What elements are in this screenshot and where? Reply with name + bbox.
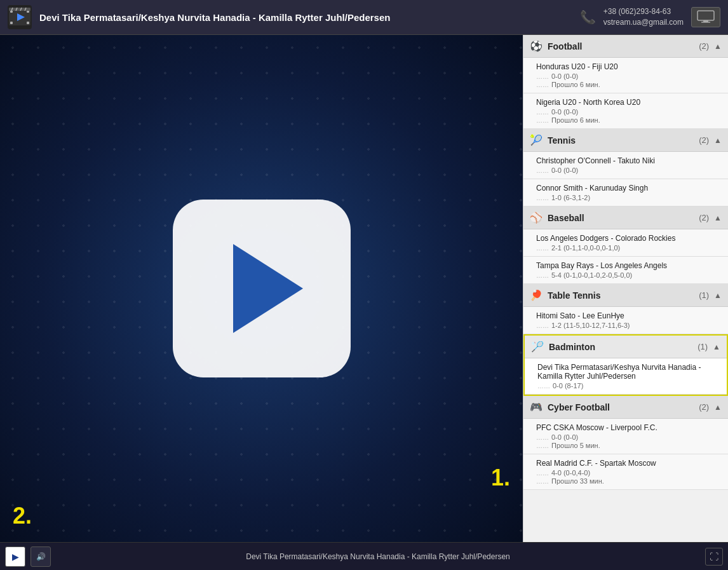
baseball-match-2[interactable]: Tampa Bay Rays - Los Angeles Angels …… 5… — [523, 257, 728, 284]
svg-rect-4 — [10, 22, 13, 24]
football-section: ⚽ Football (2) ▲ Honduras U20 - Fiji U20… — [523, 35, 728, 129]
play-icon: ▶ — [12, 552, 19, 562]
contact-info-block: 📞 +38 (062)293-84-63 vstream.ua@gmail.co… — [580, 6, 720, 28]
tennis-match-2[interactable]: Connor Smith - Karunuday Singh …… 1-0 (6… — [523, 179, 728, 207]
score-dots-icon: …… — [536, 322, 549, 329]
cyber-football-match-2[interactable]: Real Madrid C.F. - Spartak Moscow …… 4-0… — [523, 454, 728, 490]
football-match-2[interactable]: Nigeria U20 - North Korea U20 …… 0-0 (0-… — [523, 93, 728, 129]
tennis-collapse-icon: ▲ — [714, 136, 722, 145]
badminton-label: Badminton — [549, 342, 698, 352]
score-dots-icon: …… — [536, 167, 549, 174]
football-icon: ⚽ — [530, 40, 543, 52]
monitor-button[interactable] — [691, 7, 720, 27]
match-time: …… Прошло 6 мин. — [536, 116, 720, 124]
score-dots-icon: …… — [537, 383, 550, 390]
baseball-section: ⚾ Baseball (2) ▲ Los Angeles Dodgers - C… — [523, 207, 728, 284]
window-title: Devi Tika Permatasari/Keshya Nurvita Han… — [39, 12, 580, 23]
match-name: Nigeria U20 - North Korea U20 — [536, 98, 720, 107]
volume-icon: 🔊 — [36, 552, 46, 561]
tennis-count: (2) — [699, 135, 709, 145]
badminton-collapse-icon: ▲ — [713, 343, 720, 351]
main-content: 1. 2. ⚽ Football (2) ▲ Honduras U20 - Fi… — [0, 35, 728, 542]
table-tennis-icon: 🏓 — [530, 289, 543, 301]
volume-button[interactable]: 🔊 — [30, 546, 51, 567]
score-dots-icon: …… — [536, 470, 549, 477]
table-tennis-label: Table Tennis — [548, 290, 699, 301]
annotation-label-1: 1. — [491, 465, 510, 491]
score-dots-icon: …… — [536, 73, 549, 80]
match-name: Devi Tika Permatasari/Keshya Nurvita Han… — [537, 363, 719, 381]
football-collapse-icon: ▲ — [714, 42, 722, 51]
cyber-football-count: (2) — [699, 402, 709, 412]
table-tennis-collapse-icon: ▲ — [714, 291, 722, 300]
match-score: …… 1-0 (6-3,1-2) — [536, 194, 720, 201]
tennis-match-1[interactable]: Christopher O'Connell - Takuto Niki …… 0… — [523, 152, 728, 179]
match-score: …… 1-2 (11-5,10-12,7-11,6-3) — [536, 322, 720, 329]
cyber-football-icon: 🎮 — [530, 401, 543, 413]
play-button-background — [173, 200, 351, 377]
football-header[interactable]: ⚽ Football (2) ▲ — [523, 35, 728, 58]
fullscreen-icon: ⛶ — [710, 552, 718, 562]
play-pause-button[interactable]: ▶ — [5, 546, 25, 567]
cyber-football-label: Cyber Football — [548, 402, 699, 412]
table-tennis-section: 🏓 Table Tennis (1) ▲ Hitomi Sato - Lee E… — [523, 284, 728, 334]
score-dots-icon: …… — [536, 434, 549, 441]
email-address: vstream.ua@gmail.com — [603, 17, 684, 28]
match-time: …… Прошло 5 мин. — [536, 442, 720, 449]
time-dots-icon: …… — [536, 478, 549, 485]
match-score: …… 0-0 (0-0) — [536, 72, 720, 80]
annotation-label-2: 2. — [13, 503, 32, 529]
match-name: Real Madrid C.F. - Spartak Moscow — [536, 459, 720, 468]
tennis-label: Tennis — [548, 135, 699, 146]
baseball-collapse-icon: ▲ — [714, 214, 722, 222]
table-tennis-count: (1) — [699, 290, 709, 300]
match-name: Los Angeles Dodgers - Colorado Rockies — [536, 234, 720, 243]
sports-sidebar: ⚽ Football (2) ▲ Honduras U20 - Fiji U20… — [523, 35, 728, 542]
badminton-header[interactable]: 🏸 Badminton (1) ▲ — [525, 336, 727, 358]
badminton-match-1[interactable]: Devi Tika Permatasari/Keshya Nurvita Han… — [525, 358, 727, 395]
player-controls-bar: ▶ 🔊 Devi Tika Permatasari/Keshya Nurvita… — [0, 542, 728, 570]
score-dots-icon: …… — [536, 272, 549, 279]
app-logo-icon — [8, 5, 32, 29]
score-dots-icon: …… — [536, 194, 549, 201]
score-dots-icon: …… — [536, 109, 549, 116]
match-score: …… 5-4 (0-1,0-0,1-0,2-0,5-0,0) — [536, 271, 720, 279]
contact-details: +38 (062)293-84-63 vstream.ua@gmail.com — [603, 6, 684, 28]
cyber-football-match-1[interactable]: PFC CSKA Moscow - Liverpool F.C. …… 0-0 … — [523, 419, 728, 454]
match-time: …… Прошло 6 мин. — [536, 81, 720, 88]
badminton-section: 🏸 Badminton (1) ▲ Devi Tika Permatasari/… — [523, 334, 728, 396]
baseball-count: (2) — [699, 213, 709, 222]
time-dots-icon: …… — [536, 81, 549, 88]
match-score: …… 0-0 (8-17) — [537, 382, 719, 390]
baseball-icon: ⚾ — [530, 212, 543, 224]
match-score: …… 0-0 (0-0) — [536, 433, 720, 441]
cyber-football-collapse-icon: ▲ — [714, 403, 722, 412]
baseball-match-1[interactable]: Los Angeles Dodgers - Colorado Rockies …… — [523, 229, 728, 257]
match-name: Hitomi Sato - Lee EunHye — [536, 311, 720, 320]
match-score: …… 0-0 (0-0) — [536, 166, 720, 174]
tennis-header[interactable]: 🎾 Tennis (2) ▲ — [523, 129, 728, 152]
baseball-header[interactable]: ⚾ Baseball (2) ▲ — [523, 207, 728, 229]
video-player[interactable]: 1. 2. — [0, 35, 523, 542]
match-time: …… Прошло 33 мин. — [536, 477, 720, 485]
football-match-1[interactable]: Honduras U20 - Fiji U20 …… 0-0 (0-0) …… … — [523, 58, 728, 93]
svg-rect-5 — [27, 22, 29, 24]
play-button-container[interactable] — [173, 200, 351, 377]
football-label: Football — [548, 41, 699, 51]
fullscreen-button[interactable]: ⛶ — [705, 548, 723, 566]
table-tennis-header[interactable]: 🏓 Table Tennis (1) ▲ — [523, 284, 728, 307]
badminton-count: (1) — [698, 342, 708, 351]
match-name: Connor Smith - Karunuday Singh — [536, 184, 720, 193]
svg-rect-12 — [698, 11, 714, 20]
cyber-football-section: 🎮 Cyber Football (2) ▲ PFC CSKA Moscow -… — [523, 396, 728, 490]
table-tennis-match-1[interactable]: Hitomi Sato - Lee EunHye …… 1-2 (11-5,10… — [523, 307, 728, 334]
badminton-icon: 🏸 — [531, 341, 544, 353]
baseball-label: Baseball — [548, 213, 699, 223]
app-header: Devi Tika Permatasari/Keshya Nurvita Han… — [0, 0, 728, 35]
time-dots-icon: …… — [536, 117, 549, 124]
football-count: (2) — [699, 41, 709, 51]
match-score: …… 0-0 (0-0) — [536, 108, 720, 116]
phone-icon: 📞 — [580, 10, 596, 25]
cyber-football-header[interactable]: 🎮 Cyber Football (2) ▲ — [523, 396, 728, 419]
player-title: Devi Tika Permatasari/Keshya Nurvita Han… — [56, 552, 700, 561]
